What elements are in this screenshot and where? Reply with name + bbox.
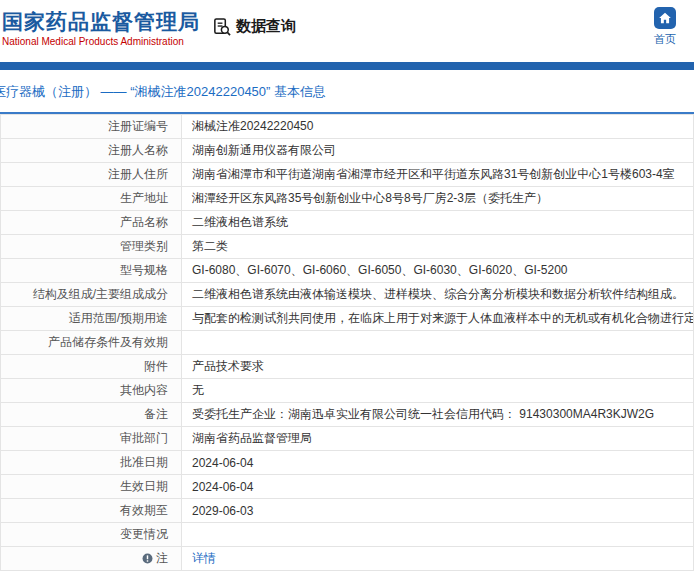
row-value: 湘械注准20242220450 [182,115,694,139]
row-value: GI-6080、GI-6070、GI-6060、GI-6050、GI-6030、… [182,259,694,283]
row-value [182,523,694,547]
row-label: 注册人名称 [1,139,182,163]
table-row: 变更情况 [1,523,694,547]
table-row: 产品储存条件及有效期 [1,331,694,355]
home-icon [654,7,676,29]
row-value: 详情 [182,547,694,571]
row-label: 结构及组成/主要组成成分 [1,283,182,307]
table-row: 注册人名称 湖南创新通用仪器有限公司 [1,139,694,163]
row-value: 无 [182,379,694,403]
row-label: 生效日期 [1,475,182,499]
title-row: 医疗器械（注册） —— “湘械注准20242220450” 基本信息 [0,70,694,114]
note-icon [142,553,153,567]
row-label: 批准日期 [1,451,182,475]
home-button[interactable]: 首页 [648,7,682,47]
row-label-text: 注 [156,551,168,565]
row-label: 生产地址 [1,187,182,211]
table-row: 结构及组成/主要组成成分 二维液相色谱系统由液体输送模块、进样模块、综合分离分析… [1,283,694,307]
row-label: 适用范围/预期用途 [1,307,182,331]
table-row: 备注 受委托生产企业：湖南迅卓实业有限公司统一社会信用代码： 91430300M… [1,403,694,427]
table-row: 有效期至 2029-06-03 [1,499,694,523]
table-row: 注 详情 [1,547,694,571]
nav-data-query-label: 数据查询 [236,17,296,36]
row-label: 注册人住所 [1,163,182,187]
table-row: 适用范围/预期用途 与配套的检测试剂共同使用，在临床上用于对来源于人体血液样本中… [1,307,694,331]
header-accent-bar [0,62,694,70]
agency-logo: 国家药品监督管理局 National Medical Products Admi… [2,9,200,47]
table-row: 批准日期 2024-06-04 [1,451,694,475]
row-label: 注册证编号 [1,115,182,139]
row-value: 湖南省药品监督管理局 [182,427,694,451]
detail-link[interactable]: 详情 [192,551,216,565]
row-value: 第二类 [182,235,694,259]
row-value: 二维液相色谱系统由液体输送模块、进样模块、综合分离分析模块和数据分析软件结构组成… [182,283,694,307]
registration-info-table: 注册证编号 湘械注准20242220450 注册人名称 湖南创新通用仪器有限公司… [0,114,694,571]
row-value: 2024-06-04 [182,451,694,475]
row-label: 审批部门 [1,427,182,451]
row-label: 产品名称 [1,211,182,235]
page-title: 医疗器械（注册） —— “湘械注准20242220450” 基本信息 [0,83,694,101]
row-label: 变更情况 [1,523,182,547]
agency-name-en: National Medical Products Administration [2,36,200,47]
row-value: 湖南创新通用仪器有限公司 [182,139,694,163]
row-label: 注 [1,547,182,571]
row-value: 产品技术要求 [182,355,694,379]
site-header: 国家药品监督管理局 National Medical Products Admi… [0,0,694,62]
table-row: 生效日期 2024-06-04 [1,475,694,499]
row-value [182,331,694,355]
table-row: 管理类别 第二类 [1,235,694,259]
table-row: 注册证编号 湘械注准20242220450 [1,115,694,139]
table-row: 型号规格 GI-6080、GI-6070、GI-6060、GI-6050、GI-… [1,259,694,283]
row-label: 附件 [1,355,182,379]
row-value: 二维液相色谱系统 [182,211,694,235]
table-row: 审批部门 湖南省药品监督管理局 [1,427,694,451]
nav-data-query[interactable]: 数据查询 [212,17,296,36]
row-value: 与配套的检测试剂共同使用，在临床上用于对来源于人体血液样本中的无机或有机化合物进… [182,307,694,331]
row-label: 产品储存条件及有效期 [1,331,182,355]
table-row: 产品名称 二维液相色谱系统 [1,211,694,235]
table-row: 注册人住所 湖南省湘潭市和平街道湖南省湘潭市经开区和平街道东风路31号创新创业中… [1,163,694,187]
row-label: 其他内容 [1,379,182,403]
row-value: 湖南省湘潭市和平街道湖南省湘潭市经开区和平街道东风路31号创新创业中心1号楼60… [182,163,694,187]
row-value: 2024-06-04 [182,475,694,499]
row-label: 管理类别 [1,235,182,259]
agency-name-cn: 国家药品监督管理局 [2,9,200,34]
row-label: 型号规格 [1,259,182,283]
data-query-icon [212,17,231,36]
home-label: 首页 [648,32,682,47]
row-value: 受委托生产企业：湖南迅卓实业有限公司统一社会信用代码： 91430300MA4R… [182,403,694,427]
table-row: 其他内容 无 [1,379,694,403]
row-value: 2029-06-03 [182,499,694,523]
row-value: 湘潭经开区东风路35号创新创业中心8号8号厂房2-3层（委托生产） [182,187,694,211]
row-label: 备注 [1,403,182,427]
table-row: 附件 产品技术要求 [1,355,694,379]
table-row: 生产地址 湘潭经开区东风路35号创新创业中心8号8号厂房2-3层（委托生产） [1,187,694,211]
row-label: 有效期至 [1,499,182,523]
